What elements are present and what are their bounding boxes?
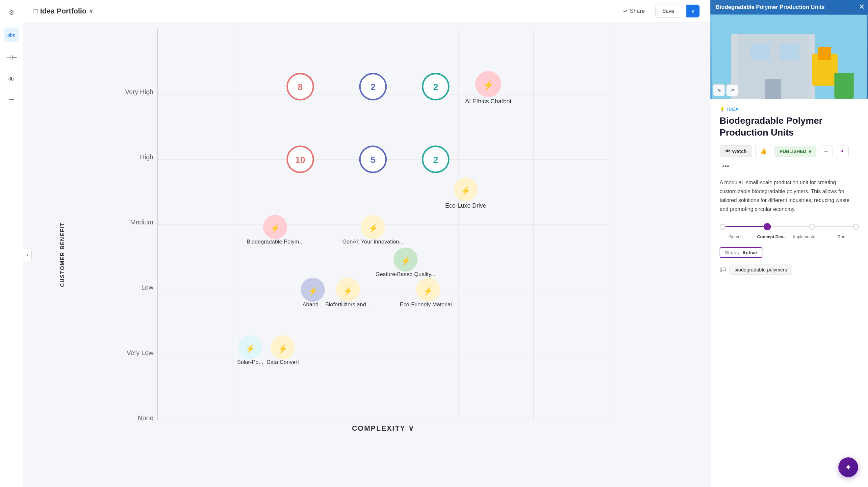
- svg-rect-65: [834, 73, 854, 99]
- complexity-chevron-icon[interactable]: ∨: [408, 424, 414, 433]
- svg-text:2: 2: [433, 155, 438, 165]
- save-button[interactable]: Save: [655, 5, 681, 18]
- panel-header-icons: ⤡ ↗: [713, 84, 738, 96]
- svg-text:2: 2: [371, 82, 375, 92]
- thumbs-up-icon: 👍: [760, 148, 767, 155]
- header: □ Idea Portfolio ∨ ⤻ Share Save ∨: [23, 0, 710, 22]
- svg-text:Low: Low: [142, 284, 154, 291]
- idea-title: Biodegradable Polymer Production Units: [720, 115, 859, 139]
- share-panel-button[interactable]: ⤻: [819, 145, 833, 157]
- svg-text:⚡: ⚡: [461, 186, 471, 196]
- svg-text:Medium: Medium: [130, 218, 153, 226]
- portfolio-title-area[interactable]: □ Idea Portfolio ∨: [34, 7, 93, 16]
- svg-rect-61: [779, 44, 799, 60]
- chart-svg: None Very Low Low Medium High Very High …: [63, 29, 704, 420]
- eye-icon: 👁: [8, 76, 15, 84]
- svg-text:⚡: ⚡: [343, 286, 353, 296]
- svg-text:⚡: ⚡: [423, 286, 433, 296]
- svg-text:Eco-Luxe Drive: Eco-Luxe Drive: [445, 202, 486, 209]
- svg-text:⚡: ⚡: [401, 256, 411, 266]
- expand-icon: ⤡: [717, 87, 721, 93]
- sidebar-item-list[interactable]: ☰: [4, 95, 19, 109]
- svg-text:Solar-Po...: Solar-Po...: [237, 359, 263, 365]
- published-button[interactable]: PUBLISHED ∨: [775, 146, 816, 157]
- svg-text:Very High: Very High: [125, 88, 153, 95]
- toggle-sidebar-button[interactable]: ›: [23, 248, 32, 261]
- ai-assistant-button[interactable]: ✦: [838, 457, 858, 477]
- right-panel: Biodegradable Polymer Production Units ✕…: [710, 0, 868, 487]
- svg-text:High: High: [140, 153, 153, 160]
- svg-text:Aband...: Aband...: [302, 301, 323, 308]
- save-dropdown-button[interactable]: ∨: [686, 5, 700, 18]
- progress-dot-concept: [764, 223, 771, 230]
- sidebar-item-eye[interactable]: 👁: [4, 72, 19, 87]
- expand-icon-button[interactable]: ⤡: [713, 84, 725, 96]
- progress-line-2: [771, 226, 809, 227]
- panel-content: 💡 IDEA Biodegradable Polymer Production …: [710, 99, 868, 487]
- published-chevron-icon: ∨: [808, 149, 811, 154]
- share-button[interactable]: ⤻ Share: [617, 5, 650, 17]
- progress-section: Submi... Concept Dev... Implementat... R…: [720, 223, 859, 239]
- tag-chip[interactable]: biodegradable polymers: [730, 265, 792, 275]
- svg-text:Eco-Friendly Material...: Eco-Friendly Material...: [400, 301, 456, 308]
- svg-text:⚡: ⚡: [245, 344, 255, 354]
- svg-text:8: 8: [298, 82, 303, 92]
- external-link-button[interactable]: ↗: [726, 84, 738, 96]
- svg-text:AI Ethics Chatbot: AI Ethics Chatbot: [465, 98, 511, 104]
- svg-text:Biodegradable Polym...: Biodegradable Polym...: [247, 239, 304, 245]
- watch-button[interactable]: 👁 Watch: [720, 146, 752, 157]
- svg-text:⚡: ⚡: [278, 344, 288, 354]
- more-options-button[interactable]: •••: [720, 161, 732, 172]
- progress-line-1: [725, 226, 764, 227]
- sidebar-item-text[interactable]: abc: [4, 28, 19, 42]
- text-icon: abc: [7, 32, 15, 37]
- idea-tag-icon: 💡: [720, 106, 725, 112]
- portfolio-chevron: ∨: [89, 8, 93, 14]
- svg-text:⚡: ⚡: [368, 223, 378, 233]
- svg-text:Biofertilizers and...: Biofertilizers and...: [325, 301, 371, 308]
- gear-icon: ⚙: [8, 8, 14, 17]
- watch-icon: 👁: [725, 148, 730, 154]
- svg-rect-62: [765, 79, 781, 99]
- idea-tag: 💡 IDEA: [720, 106, 859, 112]
- chart-container: › CUSTOMER BENEFIT None Very Low Low Med…: [23, 22, 710, 487]
- svg-text:Data:Convert: Data:Convert: [267, 359, 299, 365]
- header-actions: ⤻ Share Save ∨: [617, 5, 700, 18]
- dropdown-arrow-icon: ∨: [691, 8, 695, 14]
- tag-row: 🏷 biodegradable polymers: [720, 265, 859, 275]
- sparkle-button[interactable]: ✦: [836, 145, 848, 157]
- like-button[interactable]: 👍: [755, 145, 771, 158]
- progress-label-run: Run: [824, 234, 859, 239]
- external-link-icon: ↗: [730, 87, 735, 93]
- action-buttons: 👁 Watch 👍 PUBLISHED ∨ ⤻ ✦ •••: [720, 145, 859, 172]
- svg-text:2: 2: [433, 82, 438, 92]
- portfolio-icon: □: [34, 7, 37, 15]
- status-label: Status:: [725, 250, 740, 255]
- progress-label-submit: Submi...: [720, 234, 754, 239]
- close-panel-button[interactable]: ✕: [859, 3, 865, 10]
- progress-labels: Submi... Concept Dev... Implementat... R…: [720, 234, 859, 239]
- progress-label-implement: Implementat...: [789, 234, 824, 239]
- sidebar-item-settings[interactable]: ⚙: [4, 5, 19, 20]
- share-icon: ⤻: [623, 7, 627, 14]
- x-axis-label: COMPLEXITY ∨: [63, 424, 704, 433]
- svg-text:⚡: ⚡: [308, 286, 318, 296]
- status-value: Active: [742, 250, 757, 255]
- more-options-icon: •••: [722, 162, 729, 170]
- progress-dot-submit: [720, 224, 725, 230]
- sidebar-item-split[interactable]: ⊣⊢: [4, 50, 19, 64]
- panel-image-title: Biodegradable Polymer Production Units ✕: [710, 0, 868, 14]
- main-content: □ Idea Portfolio ∨ ⤻ Share Save ∨ › CUST…: [23, 0, 710, 487]
- progress-line-3: [815, 226, 853, 227]
- svg-text:None: None: [138, 414, 153, 420]
- svg-text:Gesture-Based Quality...: Gesture-Based Quality...: [375, 271, 435, 277]
- svg-text:5: 5: [371, 155, 375, 165]
- chart-svg-wrapper: None Very Low Low Medium High Very High …: [63, 29, 704, 454]
- sidebar: ⚙ abc ⊣⊢ 👁 ☰: [0, 0, 23, 487]
- svg-text:10: 10: [295, 155, 305, 165]
- svg-rect-64: [818, 47, 831, 60]
- split-icon: ⊣⊢: [6, 53, 17, 61]
- svg-text:GenAI: Your Innovation...: GenAI: Your Innovation...: [342, 239, 403, 245]
- progress-label-concept: Concept Dev...: [754, 234, 789, 239]
- list-icon: ☰: [8, 98, 14, 106]
